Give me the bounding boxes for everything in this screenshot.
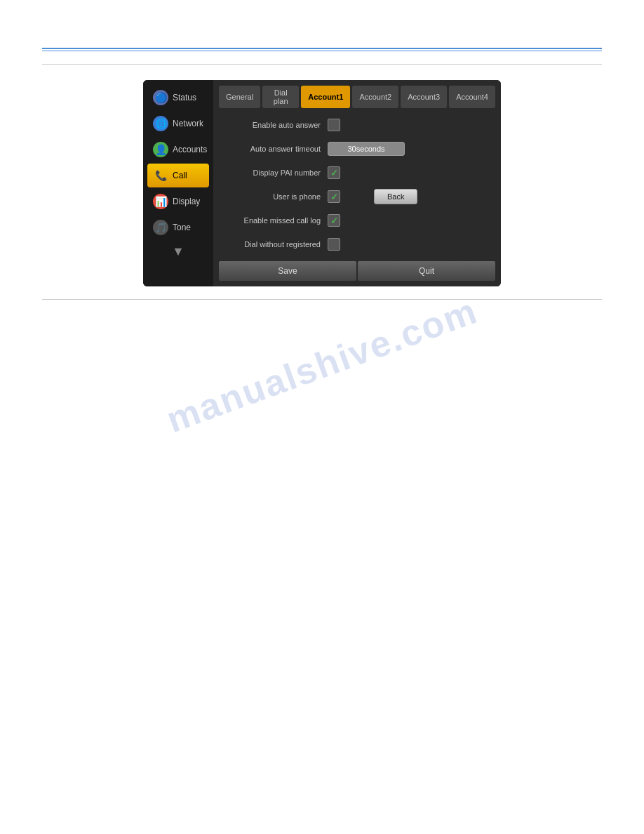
control-auto-answer-timeout <box>328 142 405 156</box>
sidebar-label-display: Display <box>173 197 200 206</box>
checkbox-dial-without-registered[interactable] <box>328 238 340 251</box>
down-arrow-icon: ▼ <box>172 244 185 259</box>
watermark: manualshive.com <box>161 289 483 441</box>
tab-account2[interactable]: Account2 <box>352 86 398 108</box>
tone-icon: 🎵 <box>153 220 168 235</box>
row-display-pai: Display PAI number <box>219 163 495 183</box>
content-area: General Dial plan Account1 Account2 Acco… <box>213 80 501 286</box>
top-line2 <box>42 51 602 51</box>
sidebar-label-status: Status <box>173 93 196 102</box>
row-dial-without-registered: Dial without registered <box>219 234 495 254</box>
checkbox-enable-missed-call[interactable] <box>328 214 340 227</box>
control-enable-auto-answer <box>328 119 340 131</box>
tab-account3[interactable]: Account3 <box>401 86 447 108</box>
quit-button[interactable]: Quit <box>358 261 495 281</box>
sidebar-item-network[interactable]: 🌐 Network <box>147 112 209 135</box>
section-divider-bottom <box>42 299 602 300</box>
control-dial-without-registered <box>328 238 340 251</box>
accounts-icon: 👤 <box>153 142 168 157</box>
checkbox-user-is-phone[interactable] <box>328 190 340 203</box>
sidebar-label-accounts: Accounts <box>173 145 207 154</box>
network-icon: 🌐 <box>153 116 168 131</box>
label-enable-auto-answer: Enable auto answer <box>219 121 328 129</box>
sidebar-label-tone: Tone <box>173 223 191 232</box>
checkbox-enable-auto-answer[interactable] <box>328 119 340 131</box>
row-enable-missed-call: Enable missed call log <box>219 211 495 230</box>
tab-dialplan[interactable]: Dial plan <box>262 86 299 108</box>
label-display-pai: Display PAI number <box>219 168 328 177</box>
control-display-pai <box>328 166 340 179</box>
tab-general[interactable]: General <box>219 86 260 108</box>
status-icon: 🔵 <box>153 90 168 105</box>
display-icon: 📊 <box>153 194 168 209</box>
sidebar: 🔵 Status 🌐 Network 👤 Accounts 📞 Call 📊 D… <box>143 80 213 286</box>
form-area: Enable auto answer Auto answer timeout D… <box>219 115 495 254</box>
tab-account4[interactable]: Account4 <box>449 86 495 108</box>
row-enable-auto-answer: Enable auto answer <box>219 115 495 135</box>
sidebar-item-call[interactable]: 📞 Call <box>147 164 209 187</box>
input-auto-answer-timeout[interactable] <box>328 142 405 156</box>
save-button[interactable]: Save <box>219 261 356 281</box>
action-bar: Save Quit <box>219 261 495 281</box>
section-divider-top <box>42 64 602 65</box>
sidebar-label-network: Network <box>173 119 203 128</box>
sidebar-item-status[interactable]: 🔵 Status <box>147 86 209 110</box>
sidebar-item-display[interactable]: 📊 Display <box>147 190 209 213</box>
row-user-is-phone: User is phone Back <box>219 187 495 206</box>
label-dial-without-registered: Dial without registered <box>219 240 328 249</box>
control-enable-missed-call <box>328 214 340 227</box>
ui-panel: 🔵 Status 🌐 Network 👤 Accounts 📞 Call 📊 D… <box>143 80 501 286</box>
tab-account1[interactable]: Account1 <box>301 86 350 108</box>
control-user-is-phone: Back <box>328 189 417 204</box>
sidebar-label-call: Call <box>173 171 187 180</box>
label-enable-missed-call: Enable missed call log <box>219 216 328 225</box>
checkbox-display-pai[interactable] <box>328 166 340 179</box>
back-button[interactable]: Back <box>374 189 417 204</box>
tabs-row: General Dial plan Account1 Account2 Acco… <box>219 86 495 108</box>
sidebar-item-accounts[interactable]: 👤 Accounts <box>147 138 209 161</box>
call-icon: 📞 <box>153 168 168 183</box>
label-auto-answer-timeout: Auto answer timeout <box>219 145 328 153</box>
label-user-is-phone: User is phone <box>219 192 328 201</box>
row-auto-answer-timeout: Auto answer timeout <box>219 139 495 159</box>
sidebar-item-tone[interactable]: 🎵 Tone <box>147 216 209 239</box>
top-line <box>42 48 602 49</box>
scroll-down-button[interactable]: ▼ <box>147 244 209 259</box>
